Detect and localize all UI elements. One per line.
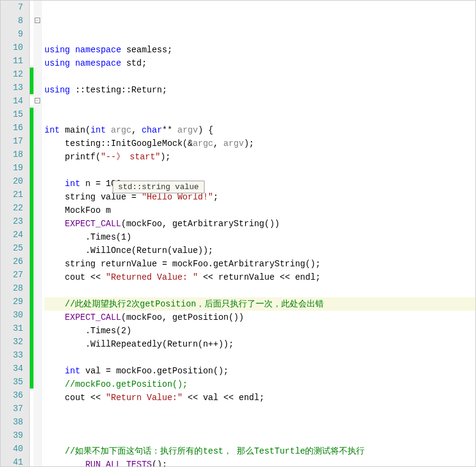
line-number: 22 xyxy=(1,201,29,215)
code-area[interactable]: std::string value using namespace seamle… xyxy=(42,1,475,466)
code-line[interactable]: MockFoo m xyxy=(44,204,475,217)
fold-toggle-icon[interactable]: − xyxy=(35,98,40,103)
line-number: 40 xyxy=(1,442,29,455)
line-number: 28 xyxy=(1,282,29,295)
line-number: 38 xyxy=(1,415,29,429)
code-line[interactable]: .Times(2) xyxy=(44,324,475,337)
fold-column: −− xyxy=(33,1,42,466)
line-number: 21 xyxy=(1,188,29,201)
line-number: 29 xyxy=(1,295,29,308)
code-line[interactable]: cout << "Returned Value: " << returnValu… xyxy=(44,271,475,284)
code-line[interactable] xyxy=(44,351,475,364)
code-line[interactable]: string returnValue = mockFoo.getArbitrar… xyxy=(44,257,475,271)
line-number: 8 xyxy=(1,14,29,27)
code-line[interactable]: RUN_ALL_TESTS(); xyxy=(44,458,475,467)
line-number: 37 xyxy=(1,402,29,415)
code-line[interactable]: //此处期望执行2次getPosition，后面只执行了一次，此处会出错 xyxy=(44,297,475,311)
code-line[interactable] xyxy=(44,284,475,297)
code-line[interactable]: .Times(1) xyxy=(44,230,475,244)
line-number: 15 xyxy=(1,108,29,121)
code-line[interactable] xyxy=(44,110,475,123)
line-number: 17 xyxy=(1,134,29,148)
code-line[interactable] xyxy=(44,97,475,110)
line-number: 26 xyxy=(1,255,29,268)
code-line[interactable]: cout << "Return Value:" << val << endl; xyxy=(44,391,475,404)
code-line[interactable]: EXPECT_CALL(mockFoo, getArbitraryString(… xyxy=(44,217,475,230)
line-number: 27 xyxy=(1,268,29,282)
code-line[interactable]: using ::testing::Return; xyxy=(44,83,475,97)
line-number: 16 xyxy=(1,121,29,134)
code-line[interactable]: .WillRepeatedly(Return(n++)); xyxy=(44,337,475,351)
code-line[interactable] xyxy=(44,70,475,83)
code-line[interactable]: //如果不加下面这句话：执行所有的test， 那么TestTurtle的测试将不… xyxy=(44,445,475,458)
line-number: 19 xyxy=(1,161,29,175)
code-line[interactable] xyxy=(44,30,475,43)
line-number: 36 xyxy=(1,389,29,402)
line-number: 11 xyxy=(1,54,29,67)
line-number: 12 xyxy=(1,67,29,81)
code-line[interactable]: int main(int argc, char** argv) { xyxy=(44,123,475,137)
code-line[interactable]: using namespace std; xyxy=(44,57,475,70)
line-number: 41 xyxy=(1,455,29,467)
code-line[interactable]: printf("--》 start"); xyxy=(44,150,475,164)
line-number: 33 xyxy=(1,348,29,362)
line-number: 20 xyxy=(1,175,29,188)
line-number: 32 xyxy=(1,335,29,348)
line-number: 35 xyxy=(1,375,29,389)
code-line[interactable]: using namespace seamless; xyxy=(44,43,475,57)
line-number: 13 xyxy=(1,81,29,94)
line-number: 14 xyxy=(1,94,29,108)
code-editor[interactable]: 7891011121314151617181920212223242526272… xyxy=(1,1,475,466)
line-number: 18 xyxy=(1,148,29,161)
code-line[interactable] xyxy=(44,431,475,445)
hover-tooltip: std::string value xyxy=(113,181,205,193)
line-number: 39 xyxy=(1,429,29,442)
code-line[interactable]: int n = 100; xyxy=(44,177,475,190)
line-number: 30 xyxy=(1,308,29,322)
line-number: 34 xyxy=(1,362,29,375)
line-number: 10 xyxy=(1,41,29,54)
code-line[interactable] xyxy=(44,418,475,431)
fold-toggle-icon[interactable]: − xyxy=(35,18,40,23)
code-line[interactable]: string value = "Hello World!"; xyxy=(44,190,475,204)
code-line[interactable]: .WillOnce(Return(value)); xyxy=(44,244,475,257)
line-number: 7 xyxy=(1,1,29,14)
code-line[interactable]: int val = mockFoo.getPosition(); xyxy=(44,364,475,378)
code-line[interactable] xyxy=(44,164,475,177)
code-line[interactable]: EXPECT_CALL(mockFoo, getPosition()) xyxy=(44,311,475,324)
line-number: 9 xyxy=(1,27,29,41)
line-number: 25 xyxy=(1,241,29,255)
line-number: 24 xyxy=(1,228,29,241)
code-line[interactable]: //mockFoo.getPosition(); xyxy=(44,378,475,391)
line-number: 31 xyxy=(1,322,29,335)
line-number: 23 xyxy=(1,215,29,228)
code-line[interactable]: testing::InitGoogleMock(&argc, argv); xyxy=(44,137,475,150)
code-line[interactable] xyxy=(44,404,475,418)
line-number-gutter: 7891011121314151617181920212223242526272… xyxy=(1,1,30,466)
